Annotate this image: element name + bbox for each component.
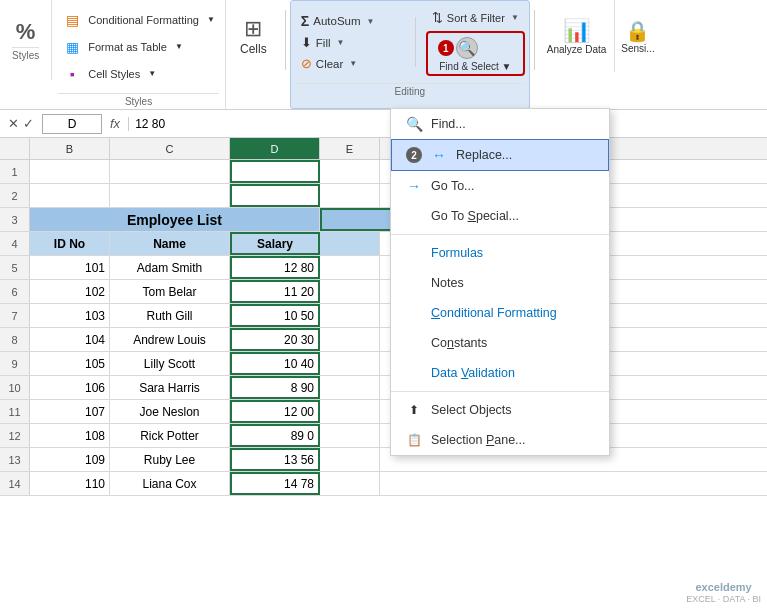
fx-label: fx [110, 116, 120, 131]
cell-name[interactable]: Sara Harris [110, 376, 230, 399]
spreadsheet: B C D E 1 2 3 Employee List [0, 138, 767, 612]
cell-salary[interactable]: 8 90 [230, 376, 320, 399]
table-row: 7 103 Ruth Gill 10 50 [0, 304, 767, 328]
editing-btns-right: ⇅ Sort & Filter ▼ 1 🔍 Find & Select ▼ [426, 8, 525, 76]
cell-salary[interactable]: 10 50 [230, 304, 320, 327]
percent-icon: % [16, 19, 36, 45]
watermark-tagline: EXCEL · DATA · BI [686, 594, 761, 606]
fill-icon: ⬇ [301, 35, 312, 50]
autosum-btn[interactable]: Σ AutoSum ▼ [295, 11, 405, 31]
cell-empty[interactable] [320, 448, 380, 471]
badge-2: 2 [406, 147, 422, 163]
cell-name[interactable]: Lilly Scott [110, 352, 230, 375]
ribbon: % Styles ▤ Conditional Formatting ▼ ▦ Fo… [0, 0, 767, 110]
cell-salary[interactable]: 11 20 [230, 280, 320, 303]
editing-label: Editing [295, 83, 525, 97]
cell-id[interactable]: 101 [30, 256, 110, 279]
dropdown-cf[interactable]: Conditional Formatting [391, 298, 609, 328]
cell-name[interactable]: Tom Belar [110, 280, 230, 303]
dropdown-data-validation[interactable]: Data Validation [391, 358, 609, 388]
cells-group[interactable]: ⊞ Cells [226, 0, 281, 72]
table-row: 5 101 Adam Smith 12 80 [0, 256, 767, 280]
cell-empty[interactable] [320, 328, 380, 351]
clear-btn[interactable]: ⊘ Clear ▼ [295, 54, 405, 73]
cell-empty[interactable] [320, 400, 380, 423]
cells-icon: ⊞ [244, 16, 262, 42]
cell-empty[interactable] [320, 472, 380, 495]
sensitivity-icon: 🔒 [625, 19, 650, 43]
cell-id[interactable]: 104 [30, 328, 110, 351]
cell-salary[interactable]: 12 00 [230, 400, 320, 423]
dropdown-goto-special[interactable]: Go To Special... [391, 201, 609, 231]
cell-empty[interactable] [320, 376, 380, 399]
dropdown-formulas[interactable]: Formulas [391, 238, 609, 268]
cell-empty[interactable] [320, 304, 380, 327]
cancel-icon[interactable]: ✕ [8, 116, 19, 131]
fat-dropdown-arrow: ▼ [175, 42, 183, 51]
cell-id[interactable]: 110 [30, 472, 110, 495]
cell-name[interactable]: Ruth Gill [110, 304, 230, 327]
goto-special-icon [405, 207, 423, 225]
sort-filter-btn[interactable]: ⇅ Sort & Filter ▼ [426, 8, 525, 27]
sort-arrow: ▼ [511, 13, 519, 22]
col-header-b: B [30, 138, 110, 159]
name-box[interactable] [42, 114, 102, 134]
watermark: exceldemy EXCEL · DATA · BI [686, 580, 761, 606]
cell-salary[interactable]: 10 40 [230, 352, 320, 375]
dropdown-find[interactable]: 🔍 Find... [391, 109, 609, 139]
dropdown-selection-pane[interactable]: 📋 Selection Pane... [391, 425, 609, 455]
cell-name[interactable]: Liana Cox [110, 472, 230, 495]
cell-salary[interactable]: 89 0 [230, 424, 320, 447]
ribbon-vline-2 [534, 10, 535, 70]
styles-content: ▤ Conditional Formatting ▼ ▦ Format as T… [58, 2, 219, 91]
goto-icon: → [405, 177, 423, 195]
format-as-table-btn[interactable]: ▦ Format as Table ▼ [58, 35, 219, 59]
find-select-btn[interactable]: 1 🔍 [432, 35, 519, 61]
corner-header [0, 138, 30, 159]
styles-label: Styles [58, 93, 219, 107]
editing-btns-left: Σ AutoSum ▼ ⬇ Fill ▼ ⊘ Clear ▼ [295, 11, 405, 73]
analyze-data-btn[interactable]: 📊 Analyze Data [539, 0, 615, 72]
cell-name[interactable]: Adam Smith [110, 256, 230, 279]
cell-salary[interactable]: 13 56 [230, 448, 320, 471]
cell-empty[interactable] [320, 424, 380, 447]
styles-group: ▤ Conditional Formatting ▼ ▦ Format as T… [52, 0, 226, 109]
cell-id[interactable]: 102 [30, 280, 110, 303]
analyze-label: Analyze Data [547, 44, 606, 55]
dropdown-constants[interactable]: Constants [391, 328, 609, 358]
cell-name[interactable]: Joe Neslon [110, 400, 230, 423]
table-row: 14 110 Liana Cox 14 78 [0, 472, 767, 496]
fill-btn[interactable]: ⬇ Fill ▼ [295, 33, 405, 52]
cell-id[interactable]: 108 [30, 424, 110, 447]
cell-id[interactable]: 103 [30, 304, 110, 327]
table-row: 10 106 Sara Harris 8 90 [0, 376, 767, 400]
cell-empty[interactable] [320, 256, 380, 279]
cell-salary[interactable]: 14 78 [230, 472, 320, 495]
cell-name[interactable]: Andrew Louis [110, 328, 230, 351]
constants-icon [405, 334, 423, 352]
cell-id[interactable]: 107 [30, 400, 110, 423]
clear-arrow: ▼ [349, 59, 357, 68]
cell-id[interactable]: 109 [30, 448, 110, 471]
dropdown-goto[interactable]: → Go To... [391, 171, 609, 201]
cell-empty[interactable] [320, 352, 380, 375]
confirm-icon[interactable]: ✓ [23, 116, 34, 131]
autosum-arrow: ▼ [367, 17, 375, 26]
cell-styles-btn[interactable]: ▪ Cell Styles ▼ [58, 62, 219, 86]
dropdown-select-objects[interactable]: ⬆ Select Objects [391, 395, 609, 425]
col-headers: B C D E [0, 138, 767, 160]
conditional-formatting-btn[interactable]: ▤ Conditional Formatting ▼ [58, 8, 219, 32]
sensitivity-btn[interactable]: 🔒 Sensi... [615, 0, 660, 72]
cell-salary[interactable]: 12 80 [230, 256, 320, 279]
analyze-icon: 📊 [563, 18, 590, 44]
cell-name[interactable]: Rick Potter [110, 424, 230, 447]
number-group: % Styles [0, 0, 52, 80]
cell-salary[interactable]: 20 30 [230, 328, 320, 351]
dropdown-replace[interactable]: 2 ↔ Replace... [391, 139, 609, 171]
sigma-icon: Σ [301, 13, 309, 29]
dropdown-notes[interactable]: Notes [391, 268, 609, 298]
cell-id[interactable]: 106 [30, 376, 110, 399]
cell-id[interactable]: 105 [30, 352, 110, 375]
cell-empty[interactable] [320, 280, 380, 303]
cell-name[interactable]: Ruby Lee [110, 448, 230, 471]
